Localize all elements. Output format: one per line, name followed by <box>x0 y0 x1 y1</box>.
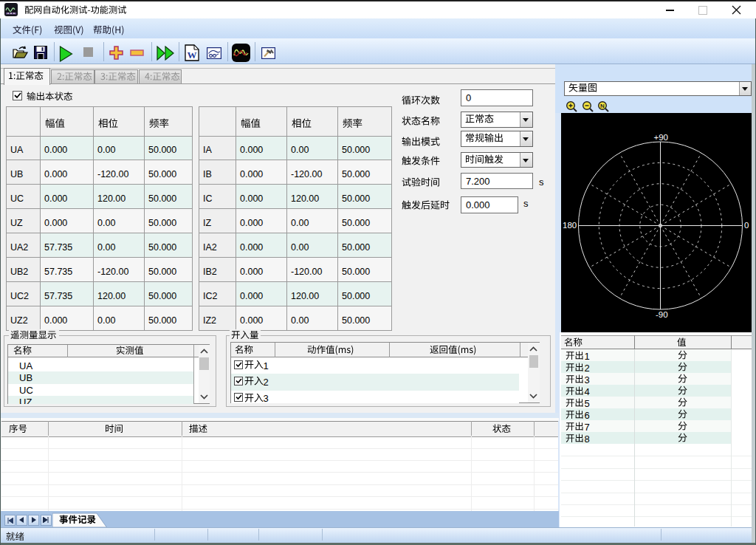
svg-text:-90: -90 <box>656 310 668 319</box>
svg-text:0: 0 <box>744 221 749 230</box>
svg-text:W: W <box>188 49 197 61</box>
svg-text:180: 180 <box>563 221 577 230</box>
svg-text:N: N <box>600 103 605 109</box>
svg-text:+90: +90 <box>654 133 669 142</box>
